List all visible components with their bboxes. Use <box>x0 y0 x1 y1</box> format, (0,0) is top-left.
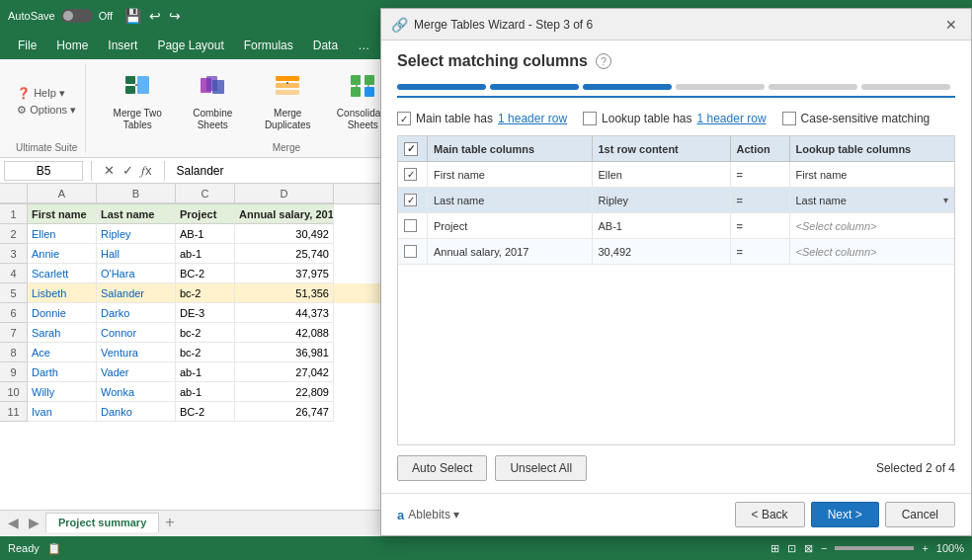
cell-1a[interactable]: First name <box>28 204 97 224</box>
ablebits-brand[interactable]: a Ablebits ▾ <box>397 508 459 522</box>
cell-6d[interactable]: 44,373 <box>235 303 334 323</box>
row4-checkbox[interactable] <box>404 245 417 258</box>
menu-file[interactable]: File <box>8 35 46 56</box>
help-icon[interactable]: ? <box>596 53 611 69</box>
zoom-out-icon[interactable]: − <box>821 542 827 554</box>
cell-2c[interactable]: AB-1 <box>176 224 235 244</box>
cell-1c[interactable]: Project <box>176 204 235 224</box>
cell-10d[interactable]: 22,809 <box>235 382 334 402</box>
main-header-row-link[interactable]: 1 header row <box>498 112 567 125</box>
lookup-table-header-checkbox-label[interactable]: Lookup table has 1 header row <box>583 112 766 125</box>
menu-data[interactable]: Data <box>303 35 348 56</box>
sheet-tab-project-summary[interactable]: Project summary <box>45 513 159 532</box>
cell-3d[interactable]: 25,740 <box>235 244 334 264</box>
row1-checkbox[interactable]: ✓ <box>404 168 417 181</box>
cell-10a[interactable]: Willy <box>28 382 97 402</box>
back-button[interactable]: < Back <box>735 502 805 527</box>
main-table-header-checkbox-label[interactable]: ✓ Main table has 1 header row <box>397 112 567 125</box>
insert-function-icon[interactable]: 𝑓x <box>141 163 152 179</box>
page-break-icon[interactable]: ⊠ <box>804 542 813 555</box>
cell-9c[interactable]: ab-1 <box>176 362 235 382</box>
cell-3b[interactable]: Hall <box>97 244 176 264</box>
cell-5b[interactable]: Salander <box>97 283 176 303</box>
td-cb-1[interactable]: ✓ <box>398 162 428 187</box>
cell-4b[interactable]: O'Hara <box>97 264 176 283</box>
select-col-3[interactable]: <Select column> <box>796 220 877 232</box>
cell-5a[interactable]: Lisbeth <box>28 283 97 303</box>
cell-5c[interactable]: bc-2 <box>176 283 235 303</box>
td-cb-4[interactable] <box>398 239 428 264</box>
cell-2a[interactable]: Ellen <box>28 224 97 244</box>
cell-5d[interactable]: 51,356 <box>235 283 334 303</box>
cell-8a[interactable]: Ace <box>28 343 97 362</box>
cell-3c[interactable]: ab-1 <box>176 244 235 264</box>
unselect-all-button[interactable]: Unselect All <box>495 455 587 481</box>
menu-home[interactable]: Home <box>46 35 98 56</box>
cell-4c[interactable]: BC-2 <box>176 264 235 283</box>
autosave-toggle[interactable] <box>61 9 93 23</box>
cell-6c[interactable]: DE-3 <box>176 303 235 323</box>
help-button[interactable]: ❓ Help ▾ <box>17 87 76 100</box>
row3-checkbox[interactable] <box>404 219 417 232</box>
redo-icon[interactable]: ↪ <box>169 8 181 24</box>
cell-9d[interactable]: 27,042 <box>235 362 334 382</box>
cell-3a[interactable]: Annie <box>28 244 97 264</box>
cancel-formula-icon[interactable]: ✕ <box>104 163 115 179</box>
cell-11b[interactable]: Danko <box>97 402 176 422</box>
merge-duplicates-button[interactable]: Merge Duplicates <box>252 69 323 134</box>
cell-7d[interactable]: 42,088 <box>235 323 334 343</box>
confirm-formula-icon[interactable]: ✓ <box>122 163 133 179</box>
options-button[interactable]: ⚙ Options ▾ <box>17 104 76 117</box>
zoom-in-icon[interactable]: + <box>922 542 928 554</box>
cell-6b[interactable]: Darko <box>97 303 176 323</box>
menu-insert[interactable]: Insert <box>98 35 147 56</box>
next-button[interactable]: Next > <box>811 502 879 527</box>
menu-formulas[interactable]: Formulas <box>234 35 303 56</box>
td-cb-3[interactable] <box>398 213 428 238</box>
lookup-col-dropdown-icon[interactable]: ▾ <box>943 195 948 205</box>
normal-view-icon[interactable]: ⊞ <box>770 542 779 555</box>
combine-sheets-button[interactable]: Combine Sheets <box>177 69 248 134</box>
cell-1d[interactable]: Annual salary, 2017 <box>235 204 334 224</box>
cell-7a[interactable]: Sarah <box>28 323 97 343</box>
row2-checkbox[interactable]: ✓ <box>404 194 417 206</box>
sheet-tab-nav-right[interactable]: ▶ <box>25 515 43 530</box>
cell-2d[interactable]: 30,492 <box>235 224 334 244</box>
undo-icon[interactable]: ↩ <box>149 8 161 24</box>
menu-page-layout[interactable]: Page Layout <box>147 35 233 56</box>
name-box[interactable] <box>4 161 83 181</box>
td-lookup-col-3[interactable]: <Select column> <box>790 213 955 238</box>
cell-11d[interactable]: 26,747 <box>235 402 334 422</box>
select-all-checkbox[interactable]: ✓ <box>404 142 418 156</box>
merge-two-tables-button[interactable]: Merge Two Tables <box>102 69 173 134</box>
lookup-header-row-link[interactable]: 1 header row <box>697 112 767 125</box>
cell-1b[interactable]: Last name <box>97 204 176 224</box>
add-sheet-icon[interactable]: + <box>165 514 174 531</box>
cell-11a[interactable]: Ivan <box>28 402 97 422</box>
auto-select-button[interactable]: Auto Select <box>397 455 487 481</box>
cell-9a[interactable]: Darth <box>28 362 97 382</box>
cell-9b[interactable]: Vader <box>97 362 176 382</box>
sheet-tab-nav-left[interactable]: ◀ <box>4 515 23 530</box>
td-cb-2[interactable]: ✓ <box>398 188 428 212</box>
cell-10c[interactable]: ab-1 <box>176 382 235 402</box>
cell-10b[interactable]: Wonka <box>97 382 176 402</box>
cell-6a[interactable]: Donnie <box>28 303 97 323</box>
cell-8c[interactable]: bc-2 <box>176 343 235 362</box>
cell-8b[interactable]: Ventura <box>97 343 176 362</box>
case-sensitive-checkbox-label[interactable]: Case-sensitive matching <box>782 112 931 125</box>
cancel-button[interactable]: Cancel <box>885 502 955 527</box>
main-table-header-checkbox[interactable]: ✓ <box>397 112 411 125</box>
page-layout-icon[interactable]: ⊡ <box>787 542 796 555</box>
cell-7c[interactable]: bc-2 <box>176 323 235 343</box>
lookup-table-header-checkbox[interactable] <box>583 112 597 125</box>
dialog-close-button[interactable]: ✕ <box>941 15 961 35</box>
select-col-4[interactable]: <Select column> <box>796 246 877 258</box>
cell-7b[interactable]: Connor <box>97 323 176 343</box>
cell-2b[interactable]: Ripley <box>97 224 176 244</box>
cell-4d[interactable]: 37,975 <box>235 264 334 283</box>
cell-8d[interactable]: 36,981 <box>235 343 334 362</box>
cell-11c[interactable]: BC-2 <box>176 402 235 422</box>
cell-4a[interactable]: Scarlett <box>28 264 97 283</box>
case-sensitive-checkbox[interactable] <box>782 112 796 125</box>
